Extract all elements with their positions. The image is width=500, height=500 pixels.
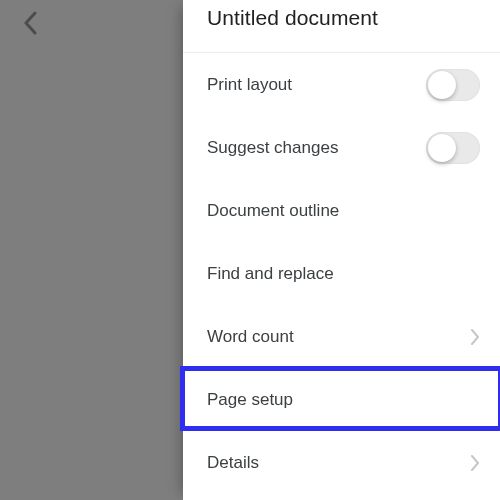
toggle-knob — [428, 134, 456, 162]
menu-item-label: Suggest changes — [207, 138, 426, 158]
document-title: Untitled document — [183, 0, 500, 52]
back-button[interactable] — [16, 6, 44, 40]
toggle-knob — [428, 71, 456, 99]
dimmed-document-area — [0, 0, 183, 500]
menu-item-details[interactable]: Details — [183, 431, 500, 494]
menu-item-label: Word count — [207, 327, 470, 347]
menu-item-print-layout[interactable]: Print layout — [183, 53, 500, 116]
menu-item-document-outline[interactable]: Document outline — [183, 179, 500, 242]
chevron-left-icon — [23, 11, 37, 35]
menu-item-label: Page setup — [207, 390, 480, 410]
chevron-right-icon — [470, 329, 480, 345]
menu-item-page-setup[interactable]: Page setup — [183, 368, 500, 431]
menu-item-label: Print layout — [207, 75, 426, 95]
menu-item-word-count[interactable]: Word count — [183, 305, 500, 368]
menu-item-find-and-replace[interactable]: Find and replace — [183, 242, 500, 305]
overflow-menu-panel: Untitled document Print layout Suggest c… — [183, 0, 500, 500]
menu-item-label: Details — [207, 453, 470, 473]
menu-item-label: Document outline — [207, 201, 480, 221]
menu-item-suggest-changes[interactable]: Suggest changes — [183, 116, 500, 179]
menu-item-share-export[interactable]: Share & export — [183, 494, 500, 500]
chevron-right-icon — [470, 455, 480, 471]
toggle-print-layout[interactable] — [426, 69, 480, 101]
toggle-suggest-changes[interactable] — [426, 132, 480, 164]
menu-item-label: Find and replace — [207, 264, 480, 284]
